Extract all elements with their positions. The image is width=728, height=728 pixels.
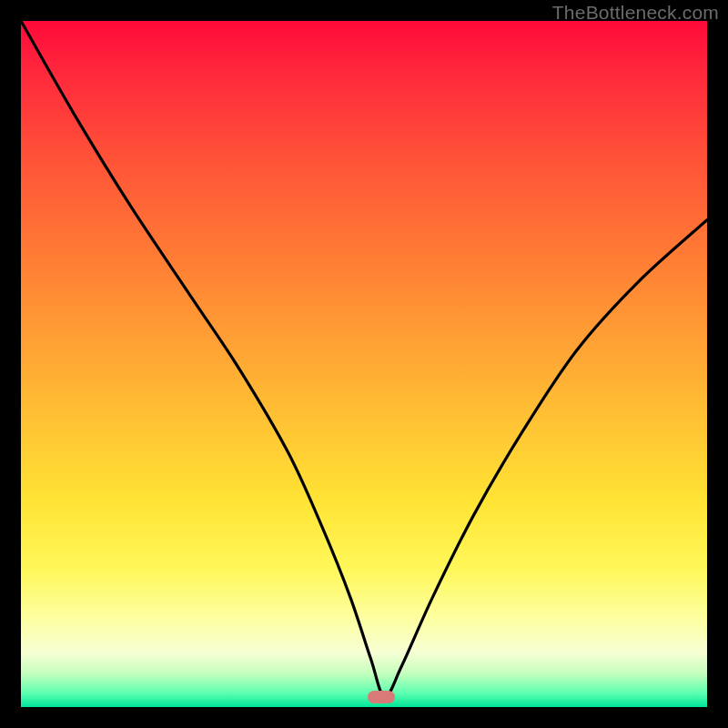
minimum-marker	[368, 691, 395, 703]
plot-area	[21, 21, 707, 707]
chart-frame: TheBottleneck.com	[0, 0, 728, 728]
watermark-text: TheBottleneck.com	[552, 2, 719, 24]
bottleneck-curve	[21, 21, 707, 707]
